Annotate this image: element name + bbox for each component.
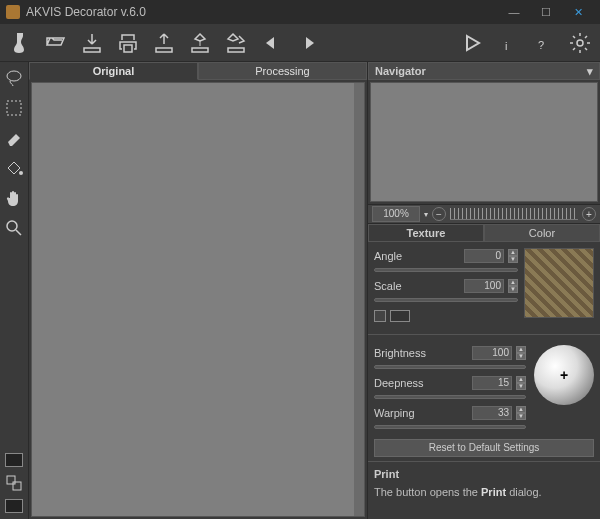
svg-point-2	[577, 40, 583, 46]
window-title: AKVIS Decorator v.6.0	[26, 5, 498, 19]
navigator-preview[interactable]	[370, 82, 598, 202]
warping-stepper[interactable]: ▲▼	[516, 406, 526, 420]
navigator-title: Navigator	[375, 65, 426, 77]
titlebar: AKVIS Decorator v.6.0 — ☐ ✕	[0, 0, 600, 24]
colorize-swatch[interactable]	[390, 310, 410, 322]
foreground-swatch[interactable]	[5, 453, 23, 467]
undo-button[interactable]	[258, 29, 286, 57]
print-button[interactable]	[114, 29, 142, 57]
eraser-tool-icon[interactable]	[4, 128, 24, 148]
maximize-button[interactable]: ☐	[530, 0, 562, 24]
texture-preview[interactable]	[524, 248, 594, 318]
hand-tool-icon[interactable]	[4, 188, 24, 208]
navigator-header[interactable]: Navigator ▾	[368, 62, 600, 80]
angle-label: Angle	[374, 250, 460, 262]
svg-point-5	[19, 171, 23, 175]
publish-button[interactable]	[186, 29, 214, 57]
scale-stepper[interactable]: ▲▼	[508, 279, 518, 293]
angle-input[interactable]: 0	[464, 249, 504, 263]
zoom-slider[interactable]	[450, 208, 578, 220]
svg-rect-4	[7, 101, 21, 115]
save-button[interactable]	[78, 29, 106, 57]
svg-text:?: ?	[538, 39, 544, 51]
tab-original[interactable]: Original	[29, 62, 198, 80]
canvas-area: Original Processing	[28, 62, 368, 519]
zoom-tool-icon[interactable]	[4, 218, 24, 238]
tab-color[interactable]: Color	[484, 224, 600, 242]
chevron-down-icon: ▾	[587, 65, 593, 78]
run-button[interactable]	[458, 29, 486, 57]
canvas-scrollbar[interactable]	[354, 83, 364, 516]
swap-colors-icon[interactable]	[4, 473, 24, 493]
batch-button[interactable]	[222, 29, 250, 57]
deepness-input[interactable]: 15	[472, 376, 512, 390]
background-swatch[interactable]	[5, 499, 23, 513]
brightness-input[interactable]: 100	[472, 346, 512, 360]
scale-label: Scale	[374, 280, 460, 292]
close-button[interactable]: ✕	[562, 0, 594, 24]
angle-stepper[interactable]: ▲▼	[508, 249, 518, 263]
brightness-stepper[interactable]: ▲▼	[516, 346, 526, 360]
svg-rect-8	[13, 482, 21, 490]
tab-texture[interactable]: Texture	[368, 224, 484, 242]
tab-processing[interactable]: Processing	[198, 62, 367, 80]
brightness-label: Brightness	[374, 347, 468, 359]
marquee-tool-icon[interactable]	[4, 98, 24, 118]
main-toolbar: i ?	[0, 24, 600, 62]
help-panel: Print The button opens the Print dialog.	[368, 461, 600, 504]
zoom-in-button[interactable]: +	[582, 207, 596, 221]
help-title: Print	[374, 468, 594, 480]
angle-slider[interactable]	[374, 268, 518, 272]
brightness-slider[interactable]	[374, 365, 526, 369]
svg-point-6	[7, 221, 17, 231]
lasso-tool-icon[interactable]	[4, 68, 24, 88]
warping-input[interactable]: 33	[472, 406, 512, 420]
right-panel: Navigator ▾ 100% ▾ − + Texture Color Ang…	[368, 62, 600, 519]
zoom-value[interactable]: 100%	[372, 206, 420, 222]
scale-slider[interactable]	[374, 298, 518, 302]
minimize-button[interactable]: —	[498, 0, 530, 24]
tools-sidebar	[0, 62, 28, 519]
redo-button[interactable]	[294, 29, 322, 57]
warping-slider[interactable]	[374, 425, 526, 429]
colorize-checkbox[interactable]	[374, 310, 386, 322]
image-canvas[interactable]	[31, 82, 365, 517]
help-text: The button opens the Print dialog.	[374, 486, 594, 498]
export-button[interactable]	[150, 29, 178, 57]
open-file-button[interactable]	[42, 29, 70, 57]
deepness-label: Deepness	[374, 377, 468, 389]
color-picker-sphere[interactable]: +	[534, 345, 594, 405]
vase-icon[interactable]	[6, 29, 34, 57]
help-button[interactable]: ?	[530, 29, 558, 57]
app-logo-icon	[6, 5, 20, 19]
zoom-out-button[interactable]: −	[432, 207, 446, 221]
reset-defaults-button[interactable]: Reset to Default Settings	[374, 439, 594, 457]
svg-point-3	[7, 71, 21, 81]
plus-icon: +	[560, 367, 568, 383]
svg-rect-7	[7, 476, 15, 484]
settings-button[interactable]	[566, 29, 594, 57]
svg-text:i: i	[505, 40, 507, 52]
warping-label: Warping	[374, 407, 468, 419]
zoom-dropdown-icon[interactable]: ▾	[424, 210, 428, 219]
deepness-stepper[interactable]: ▲▼	[516, 376, 526, 390]
bucket-tool-icon[interactable]	[4, 158, 24, 178]
scale-input[interactable]: 100	[464, 279, 504, 293]
info-button[interactable]: i	[494, 29, 522, 57]
deepness-slider[interactable]	[374, 395, 526, 399]
